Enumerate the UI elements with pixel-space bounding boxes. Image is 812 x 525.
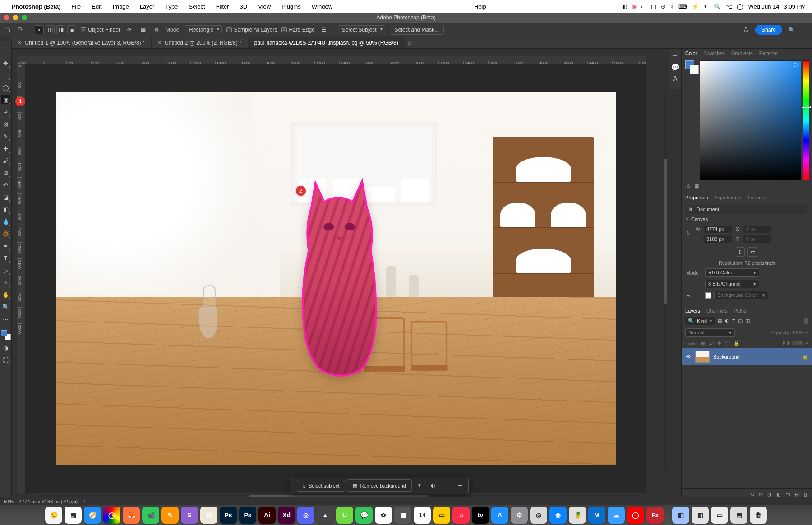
opacity-input[interactable]: 100% bbox=[792, 330, 804, 335]
filter-shape-icon[interactable]: ▢ bbox=[738, 318, 743, 324]
intersect-selection-button[interactable]: ▣ bbox=[67, 25, 76, 34]
zoom-tool[interactable]: 🔍 bbox=[1, 302, 10, 311]
spotlight-icon[interactable]: 🔍 bbox=[714, 3, 721, 10]
lock-nest-icon[interactable]: ⛶ bbox=[725, 341, 730, 346]
lock-icon[interactable]: 🔒 bbox=[802, 354, 808, 360]
dock-app-9[interactable]: Ps bbox=[220, 507, 237, 524]
canvas-scrollbar-vertical[interactable] bbox=[664, 90, 667, 471]
dock-app-26[interactable]: ◉ bbox=[549, 507, 567, 524]
tab-color[interactable]: Color bbox=[685, 51, 697, 56]
ctx-adjust-icon[interactable]: ◐ bbox=[427, 480, 439, 492]
dock-app-3[interactable]: ◯ bbox=[103, 507, 120, 524]
tab-adjustments[interactable]: Adjustments bbox=[714, 195, 742, 200]
menubar-time[interactable]: 3:09 PM bbox=[784, 3, 806, 10]
contextual-taskbar[interactable]: ⋮ ⍟Select subject ▦Remove background ✶ ◐… bbox=[290, 477, 469, 494]
link-wh-icon[interactable]: ⇅ bbox=[686, 230, 690, 236]
filter-toggle[interactable] bbox=[804, 318, 808, 324]
x-input[interactable]: 0 px bbox=[743, 226, 771, 233]
workspace-icon[interactable]: ◫ bbox=[800, 25, 809, 34]
move-tool[interactable]: ✥ bbox=[1, 59, 10, 68]
bit-depth-select[interactable]: 8 Bits/Channel bbox=[705, 280, 759, 288]
dock-app-34[interactable]: ▭ bbox=[711, 507, 728, 524]
filter-smart-icon[interactable]: ◫ bbox=[745, 318, 750, 324]
drag-handle-icon[interactable]: ⋮ bbox=[292, 479, 295, 492]
menu-view[interactable]: View bbox=[258, 3, 271, 10]
close-icon[interactable]: × bbox=[18, 39, 22, 46]
dodge-tool[interactable]: 🔆 bbox=[1, 229, 10, 238]
ctx-remove-background-button[interactable]: ▦Remove background bbox=[347, 479, 412, 492]
dock-app-11[interactable]: Ai bbox=[258, 507, 276, 524]
gradient-tool[interactable]: ◧ bbox=[1, 205, 10, 214]
ctx-transform-icon[interactable]: ✶ bbox=[414, 480, 425, 492]
layer-thumbnail[interactable] bbox=[695, 351, 710, 363]
comments-panel-icon[interactable]: 💬 bbox=[671, 63, 679, 71]
marquee-tool[interactable]: ▭ bbox=[1, 71, 10, 80]
status-more-icon[interactable]: 〉 bbox=[83, 498, 88, 505]
lock-all-icon[interactable]: 🔒 bbox=[734, 341, 740, 346]
height-input[interactable]: 3183 px bbox=[704, 235, 732, 243]
menu-file[interactable]: File bbox=[71, 3, 81, 10]
canvas-section[interactable]: Canvas bbox=[686, 216, 807, 222]
color-panel-swatch[interactable] bbox=[685, 60, 699, 74]
lock-pos-icon[interactable]: ✥ bbox=[717, 341, 721, 346]
dock-app-5[interactable]: 📹 bbox=[142, 507, 159, 524]
history-panel-icon[interactable]: ↔ bbox=[671, 51, 679, 60]
tab-patterns[interactable]: Patterns bbox=[759, 51, 778, 56]
selection-mode-select[interactable]: Rectangle bbox=[185, 25, 222, 34]
dock-app-29[interactable]: ☁ bbox=[608, 507, 625, 524]
dock-app-7[interactable]: S bbox=[181, 507, 198, 524]
crop-tool[interactable]: ⌗ bbox=[1, 107, 10, 116]
dock-app-6[interactable]: ✎ bbox=[161, 507, 179, 524]
eraser-tool[interactable]: ◪ bbox=[1, 193, 10, 202]
pen-tool[interactable]: ✒ bbox=[1, 241, 10, 250]
minimize-window-button[interactable] bbox=[13, 15, 18, 20]
visibility-toggle[interactable]: 👁 bbox=[685, 354, 692, 359]
document-canvas[interactable]: 2 bbox=[25, 64, 646, 493]
dock-app-23[interactable]: A bbox=[491, 507, 508, 524]
menu-select[interactable]: Select bbox=[189, 3, 205, 10]
eyedropper-tool[interactable]: ✎ bbox=[1, 132, 10, 141]
lock-paint-icon[interactable]: 🖌 bbox=[709, 341, 714, 346]
frame-tool[interactable]: ⊠ bbox=[1, 120, 10, 129]
dock-app-24[interactable]: ⚙ bbox=[511, 507, 528, 524]
path-select-tool[interactable]: ▷ bbox=[1, 266, 10, 275]
menubar-date[interactable]: Wed Jun 14 bbox=[748, 3, 779, 10]
fill-select[interactable]: Background Color bbox=[714, 291, 768, 299]
tool-preset-picker[interactable] bbox=[16, 25, 25, 34]
share-button[interactable]: Share bbox=[755, 25, 782, 35]
beaker-icon[interactable] bbox=[742, 25, 751, 34]
tab-channels[interactable]: Channels bbox=[706, 308, 727, 313]
y-input[interactable]: 0 px bbox=[743, 235, 771, 243]
screenmode-toggle[interactable]: ⛶ bbox=[1, 355, 10, 364]
ruler-horizontal[interactable]: -200020040060080010001200140016001800200… bbox=[17, 56, 646, 64]
dock-app-32[interactable]: ◧ bbox=[672, 507, 689, 524]
orient-landscape-button[interactable]: ▭ bbox=[747, 247, 758, 257]
ctx-more-icon[interactable]: ⋯ bbox=[441, 480, 452, 492]
saturation-field[interactable] bbox=[700, 60, 801, 180]
close-icon[interactable]: × bbox=[158, 39, 161, 46]
zoom-window-button[interactable] bbox=[22, 15, 27, 20]
tab-gradients[interactable]: Gradients bbox=[731, 51, 753, 56]
doc-tab-2[interactable]: ×Untitled-2 @ 200% (2, RGB/8) * bbox=[152, 37, 248, 48]
feedback-icon[interactable]: ☰ bbox=[319, 25, 328, 34]
menu-help[interactable]: Help bbox=[474, 3, 486, 10]
blur-tool[interactable]: 💧 bbox=[1, 217, 10, 226]
bluetooth-icon[interactable]: ᚼ bbox=[670, 3, 674, 10]
ruler-vertical[interactable]: 0200400600800100012001400160018002000220… bbox=[17, 64, 25, 493]
brush-tool[interactable]: 🖌 bbox=[1, 156, 10, 165]
dock-app-36[interactable]: 🗑 bbox=[750, 507, 767, 524]
lasso-tool[interactable]: ◯ bbox=[1, 83, 10, 92]
lock-trans-icon[interactable]: ▦ bbox=[701, 341, 705, 346]
hard-edge-checkbox[interactable]: ✓Hard Edge bbox=[281, 27, 314, 33]
quickmask-toggle[interactable]: ◑ bbox=[1, 343, 10, 352]
siri-icon[interactable]: ◯ bbox=[737, 3, 743, 10]
dock-app-0[interactable]: 🙂 bbox=[45, 507, 62, 524]
healing-tool[interactable]: ✚ bbox=[1, 144, 10, 153]
filter-type-icon[interactable]: T bbox=[732, 318, 735, 324]
app-name[interactable]: Photoshop (Beta) bbox=[12, 3, 60, 10]
filter-pixel-icon[interactable]: ▦ bbox=[718, 318, 722, 324]
blend-mode-select[interactable]: Normal bbox=[685, 328, 735, 337]
zoom-level[interactable]: 50% bbox=[4, 499, 14, 504]
menu-plugins[interactable]: Plugins bbox=[281, 3, 301, 10]
dock-app-10[interactable]: Ps bbox=[239, 507, 256, 524]
